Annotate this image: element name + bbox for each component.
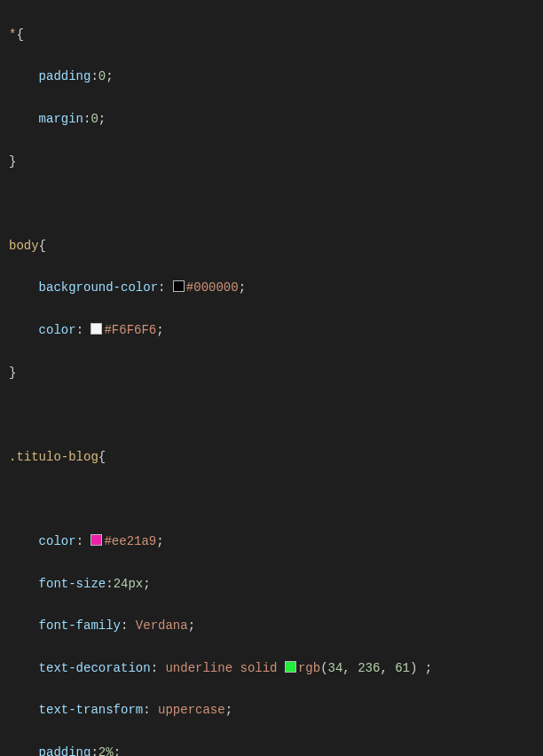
blank-line [9, 193, 543, 215]
code-line: padding:0; [9, 67, 543, 88]
selector-body: body [9, 239, 39, 253]
value: 2% [98, 745, 114, 756]
property: padding [39, 745, 91, 756]
code-editor[interactable]: *{ padding:0; margin:0; } body{ backgrou… [0, 0, 543, 756]
property: text-decoration [39, 661, 151, 675]
blank-line [9, 489, 543, 510]
value: #000000 [186, 280, 239, 295]
code-line: .titulo-blog{ [9, 447, 543, 469]
property: text-transform [39, 703, 144, 717]
property: padding [39, 69, 91, 83]
code-line: text-transform: uppercase; [9, 700, 543, 721]
code-line: body{ [9, 236, 543, 257]
property: color [39, 323, 76, 337]
code-line: } [9, 363, 543, 384]
blank-line [9, 405, 543, 426]
code-line: margin:0; [9, 109, 543, 130]
code-line: color: #F6F6F6; [9, 320, 543, 342]
property: color [39, 534, 76, 548]
property: margin [39, 112, 83, 126]
value: #F6F6F6 [104, 323, 156, 337]
open-brace: { [16, 28, 23, 42]
property: font-family [39, 618, 121, 633]
value: underline [165, 661, 232, 675]
code-line: color: #ee21a9; [9, 532, 543, 553]
rgb-func: rgb [298, 661, 320, 675]
color-swatch-icon [90, 534, 102, 546]
value: 0 [98, 69, 106, 83]
close-brace: } [9, 154, 16, 169]
value: solid [240, 661, 277, 675]
value: 24px [114, 577, 144, 591]
code-line: font-size:24px; [9, 574, 543, 595]
property: background-color [39, 280, 158, 295]
property: font-size [39, 577, 106, 591]
value: Verdana [136, 618, 188, 633]
color-swatch-icon [90, 323, 102, 335]
color-swatch-icon [173, 280, 185, 292]
code-line: font-family: Verdana; [9, 616, 543, 637]
code-line: padding:2%; [9, 743, 543, 756]
color-swatch-icon [285, 661, 296, 673]
code-line: } [9, 152, 543, 173]
value: 0 [90, 112, 98, 126]
selector-class: .titulo-blog [9, 450, 98, 464]
code-line: text-decoration: underline solid rgb(34,… [9, 658, 543, 680]
code-line: background-color: #000000; [9, 278, 543, 299]
value: #ee21a9 [104, 534, 156, 548]
code-line: *{ [9, 25, 543, 46]
value: uppercase [158, 703, 225, 717]
